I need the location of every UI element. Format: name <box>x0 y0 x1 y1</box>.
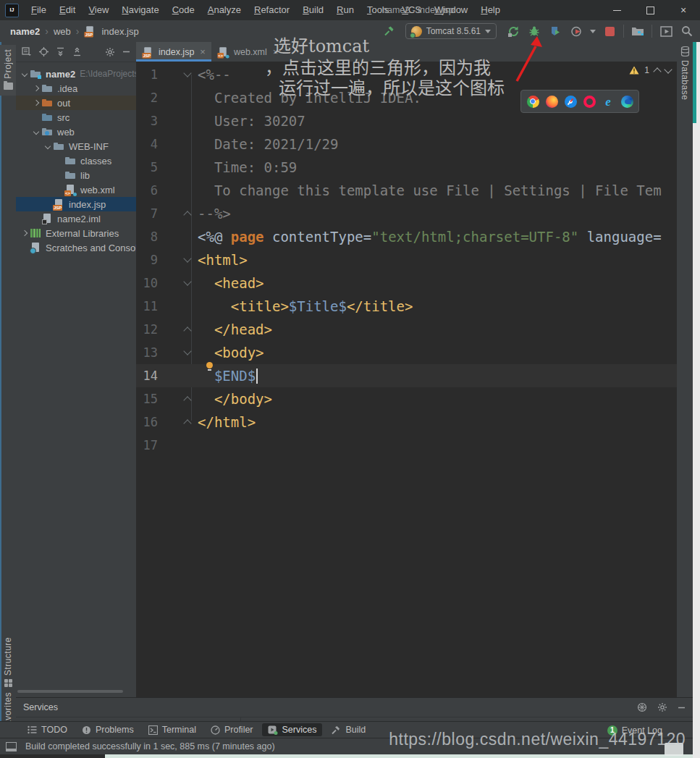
tool-window-button-terminal[interactable]: Terminal <box>143 723 202 736</box>
run-configuration-select[interactable]: Tomcat 8.5.61 <box>405 23 497 39</box>
code-text: <%@ page contentType="text/html;charset=… <box>198 229 677 245</box>
editor-area: index.jsp×web.xml× 1<%--2 Created by Int… <box>136 42 677 697</box>
code-editor[interactable]: 1<%--2 Created by IntelliJ IDEA.3 User: … <box>136 62 677 682</box>
close-tab-icon[interactable]: × <box>200 46 206 57</box>
tree-item-out[interactable]: out <box>16 96 136 110</box>
search-everywhere-button[interactable] <box>680 24 694 38</box>
tree-item-idea[interactable]: .idea <box>16 81 136 96</box>
build-project-button[interactable] <box>381 24 396 38</box>
breadcrumb-item-web[interactable]: web <box>54 26 71 37</box>
run-with-coverage-button[interactable] <box>548 24 562 38</box>
locate-file-button[interactable] <box>39 47 49 56</box>
chevron-right-icon <box>20 229 30 238</box>
view-options-button[interactable] <box>22 47 32 56</box>
code-text: $END$ <box>198 368 677 384</box>
page-scrollbar-thumb[interactable] <box>693 42 696 123</box>
tree-item-name2[interactable]: name2E:\IdeaProjects\nam <box>16 67 136 81</box>
expand-all-button[interactable] <box>56 47 65 56</box>
editor-tab-index-jsp[interactable]: index.jsp× <box>136 42 211 62</box>
tool-window-button-build[interactable]: Build <box>325 723 371 736</box>
firefox-browser-icon[interactable] <box>546 96 558 108</box>
tree-item-web-xml[interactable]: web.xml <box>16 182 136 197</box>
tool-window-layout-icon[interactable] <box>6 742 17 751</box>
project-panel-horizontal-scrollbar[interactable] <box>17 690 123 693</box>
menu-navigate[interactable]: Navigate <box>115 0 165 20</box>
fold-up-icon[interactable] <box>183 327 191 334</box>
tool-window-button-services[interactable]: Services <box>262 723 323 736</box>
chevron-down-icon <box>485 30 491 33</box>
maximize-button[interactable] <box>633 0 667 20</box>
tree-item-label: web <box>57 127 75 138</box>
breadcrumb-item-name2[interactable]: name2 <box>10 26 40 37</box>
ie-browser-icon[interactable]: e <box>602 96 615 108</box>
breadcrumb-item-index-jsp[interactable]: index.jsp <box>101 26 138 37</box>
services-settings-button[interactable] <box>657 702 667 712</box>
tree-item-label: name2.iml <box>57 214 101 224</box>
code-text: <head> <box>198 275 677 291</box>
stop-button[interactable] <box>602 24 617 38</box>
menu-analyze[interactable]: Analyze <box>201 0 248 20</box>
menu-edit[interactable]: Edit <box>53 0 82 20</box>
chrome-browser-icon[interactable] <box>527 96 539 108</box>
services-view-options-button[interactable] <box>637 702 647 712</box>
fold-down-icon[interactable] <box>183 347 191 355</box>
profiler-button[interactable] <box>569 24 583 38</box>
menu-code[interactable]: Code <box>166 0 201 20</box>
tool-window-button-structure[interactable]: Structure <box>0 637 16 687</box>
tree-item-scratches-and-consoles[interactable]: Scratches and Consoles <box>16 240 136 255</box>
fold-up-icon[interactable] <box>183 211 191 219</box>
tool-window-button-profiler[interactable]: Profiler <box>205 723 259 736</box>
fold-up-icon[interactable] <box>183 419 191 427</box>
tree-item-name2-iml[interactable]: name2.iml <box>16 211 136 226</box>
tool-window-button-problems[interactable]: Problems <box>76 723 140 736</box>
next-problem-icon[interactable] <box>664 65 672 73</box>
chevron-spacer <box>32 113 41 122</box>
tool-window-button-project[interactable]: Project <box>0 45 16 96</box>
fold-down-icon[interactable] <box>183 254 191 262</box>
tree-item-lib[interactable]: lib <box>16 168 136 182</box>
menu-file[interactable]: File <box>25 0 53 20</box>
menu-help[interactable]: Help <box>474 0 507 20</box>
fold-up-icon[interactable] <box>183 396 191 404</box>
menu-run[interactable]: Run <box>330 0 360 20</box>
panel-settings-button[interactable] <box>105 47 115 57</box>
intention-bulb-icon[interactable] <box>206 362 213 369</box>
edge-browser-icon[interactable] <box>621 96 633 108</box>
hide-panel-button[interactable] <box>122 48 130 56</box>
inspection-widget[interactable]: 1 <box>629 65 671 75</box>
line-number: 11 <box>136 299 158 313</box>
toolbar-separator <box>651 25 652 38</box>
profiler-dropdown-icon[interactable] <box>590 30 596 33</box>
safari-browser-icon[interactable] <box>565 96 577 108</box>
opera-browser-icon[interactable] <box>583 96 596 108</box>
tool-window-button-todo[interactable]: TODO <box>22 723 73 736</box>
folder-icon <box>53 140 65 152</box>
tree-item-src[interactable]: src <box>16 110 136 125</box>
tree-item-web-inf[interactable]: WEB-INF <box>16 139 136 153</box>
menu-build[interactable]: Build <box>296 0 330 20</box>
page-scrollbar[interactable] <box>693 42 700 758</box>
todo-icon <box>28 725 37 734</box>
code-text: --%> <box>198 206 677 222</box>
fold-down-icon[interactable] <box>183 69 191 77</box>
previous-problem-icon[interactable] <box>653 67 661 75</box>
close-button[interactable]: × <box>667 0 700 20</box>
minimize-button[interactable] <box>600 0 633 20</box>
fold-down-icon[interactable] <box>183 277 191 285</box>
tool-window-button-database[interactable]: Database <box>677 46 693 100</box>
run-tool-window-button[interactable] <box>659 24 673 38</box>
tree-item-classes[interactable]: classes <box>16 153 136 168</box>
menu-refactor[interactable]: Refactor <box>248 0 296 20</box>
project-tool-icon <box>4 83 13 90</box>
project-structure-button[interactable] <box>631 24 645 38</box>
line-number: 9 <box>136 253 158 267</box>
collapse-all-button[interactable] <box>72 47 82 56</box>
line-number: 1 <box>136 67 158 82</box>
tree-item-index-jsp[interactable]: index.jsp <box>16 197 136 211</box>
tree-item-label: Scratches and Consoles <box>46 243 136 253</box>
menu-view[interactable]: View <box>82 0 115 20</box>
services-hide-button[interactable] <box>678 704 686 712</box>
tree-item-external-libraries[interactable]: External Libraries <box>16 226 136 240</box>
chevron-down-icon <box>32 127 41 137</box>
tree-item-web[interactable]: web <box>16 125 136 139</box>
